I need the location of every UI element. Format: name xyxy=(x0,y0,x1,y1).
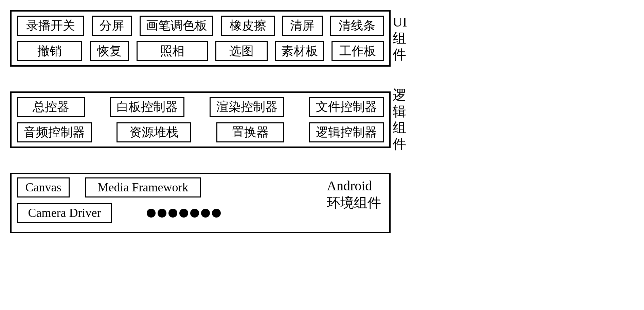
audio-controller: 音频控制器 xyxy=(17,122,92,142)
eraser: 橡皮擦 xyxy=(221,16,274,36)
whiteboard-controller: 白板控制器 xyxy=(110,97,184,117)
file-controller: 文件控制器 xyxy=(309,97,384,117)
camera-driver: Camera Driver xyxy=(17,203,112,223)
android-label-cn: 环境组件 xyxy=(327,195,381,210)
ui-row-2: 撤销 恢复 照相 选图 素材板 工作板 xyxy=(17,41,384,61)
clear-lines: 清线条 xyxy=(330,16,384,36)
ellipsis-dot xyxy=(201,209,210,218)
android-layer-label: Android 环境组件 xyxy=(327,177,381,211)
ellipsis-dot xyxy=(168,209,177,218)
split-screen: 分屏 xyxy=(92,16,132,36)
android-label-en: Android xyxy=(327,178,372,193)
ellipsis-dot xyxy=(212,209,221,218)
logic-layer-box: 总控器 白板控制器 渲染控制器 文件控制器 音频控制器 资源堆栈 置换器 逻辑控… xyxy=(10,91,391,148)
work-board: 工作板 xyxy=(332,41,384,61)
clear-screen: 清屏 xyxy=(282,16,323,36)
undo: 撤销 xyxy=(17,41,82,61)
render-controller: 渲染控制器 xyxy=(210,97,284,117)
material-board: 素材板 xyxy=(275,41,324,61)
android-env-layer: Canvas Media Framework Camera Driver And… xyxy=(10,173,634,233)
brush-palette: 画笔调色板 xyxy=(140,16,214,36)
logic-components-layer: 总控器 白板控制器 渲染控制器 文件控制器 音频控制器 资源堆栈 置换器 逻辑控… xyxy=(10,87,634,152)
logic-row-1: 总控器 白板控制器 渲染控制器 文件控制器 xyxy=(17,97,384,117)
android-layer-box: Canvas Media Framework Camera Driver And… xyxy=(10,173,391,233)
ui-components-layer: 录播开关 分屏 画笔调色板 橡皮擦 清屏 清线条 撤销 恢复 照相 选图 素材板… xyxy=(10,10,634,67)
ellipsis-dot xyxy=(179,209,188,218)
ui-layer-label: UI组件 xyxy=(393,14,410,63)
ui-row-1: 录播开关 分屏 画笔调色板 橡皮擦 清屏 清线条 xyxy=(17,16,384,36)
ellipsis-dots xyxy=(147,209,221,218)
master-controller: 总控器 xyxy=(17,97,85,117)
logic-row-2: 音频控制器 资源堆栈 置换器 逻辑控制器 xyxy=(17,122,384,142)
ellipsis-dot xyxy=(158,209,166,218)
resource-stack: 资源堆栈 xyxy=(117,122,191,142)
redo: 恢复 xyxy=(90,41,129,61)
camera: 照相 xyxy=(137,41,208,61)
select-image: 选图 xyxy=(215,41,268,61)
ui-layer-box: 录播开关 分屏 画笔调色板 橡皮擦 清屏 清线条 撤销 恢复 照相 选图 素材板… xyxy=(10,10,391,67)
ellipsis-dot xyxy=(147,209,156,218)
logic-controller: 逻辑控制器 xyxy=(309,122,384,142)
ellipsis-dot xyxy=(190,209,199,218)
logic-layer-label: 逻辑组件 xyxy=(393,87,410,152)
canvas: Canvas xyxy=(17,177,70,197)
media-framework: Media Framework xyxy=(85,177,201,197)
record-playback-switch: 录播开关 xyxy=(17,16,84,36)
permuter: 置换器 xyxy=(216,122,284,142)
